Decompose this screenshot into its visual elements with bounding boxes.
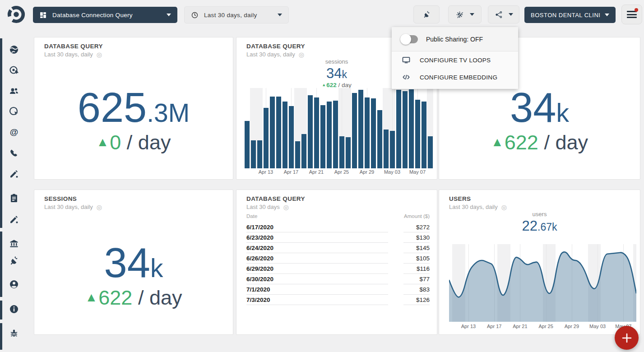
bar [409,89,414,168]
tv-icon [402,56,411,65]
bar [339,136,344,168]
data-source-icon: ◎ [299,51,304,58]
sidebar [0,29,28,352]
metric-value: 34k [439,88,640,127]
email-at-icon[interactable] [9,127,19,138]
chevron-down-icon [167,14,171,16]
card-title: SESSIONS [44,195,77,202]
organization-selector-label: BOSTON DENTAL CLINIC [531,12,600,19]
data-source-icon: ◎ [97,51,102,58]
cell-date: 6/26/2020 [246,255,388,264]
sessions-bar-chart[interactable]: Apr 13Apr 17Apr 21Apr 25Apr 29May 03May … [244,88,433,176]
data-source-icon: ◎ [283,204,289,210]
cell-amount: $116 [403,265,430,274]
sidebar-group-indicator [0,38,2,228]
info-icon[interactable] [9,304,19,315]
column-header-amount: Amount ($) [404,213,430,219]
up-arrow-icon: ▲ [491,135,505,149]
hamburger-menu-button[interactable] [621,5,642,24]
bar [415,100,420,168]
bar [283,102,287,168]
bar [327,102,332,168]
dashboard-selector-label: Database Connection Query [52,12,162,19]
bar [377,110,382,168]
bug-report-icon[interactable] [9,328,19,339]
contacts-icon[interactable] [9,86,19,97]
menu-item-configure-embedding[interactable]: CONFIGURE EMBEDDING [392,69,518,86]
add-widget-fab[interactable] [615,326,639,350]
menu-item-configure-tv-loops[interactable]: CONFIGURE TV LOOPS [392,51,518,69]
chevron-down-icon [605,14,609,16]
x-axis-tick-label: Apr 21 [306,169,327,175]
x-axis-tick-label: Apr 25 [535,324,557,329]
table-row: 7/1/2020$83 [246,284,430,295]
plus-icon [621,332,633,344]
cell-date: 6/23/2020 [246,234,388,243]
bar [245,121,250,168]
hamburger-menu-icon [627,11,637,18]
clipboard-icon[interactable] [9,193,19,204]
toggle-knob [400,34,411,45]
card-subtitle: Last 30 days, daily [44,51,93,58]
bar [257,140,262,168]
bar [264,108,269,168]
card-sessions-total: SESSIONS Last 30 days, daily ◎ 34k ▲622 … [34,190,233,335]
time-range-selector[interactable]: Last 30 days, daily [184,6,289,23]
app-logo-icon[interactable] [5,4,27,25]
chevron-down-icon [509,13,513,16]
integrations-button[interactable] [413,5,440,23]
bar [371,98,376,168]
bar [320,105,325,168]
x-axis-tick-label: Apr 17 [483,324,505,329]
metric-delta: ▲622 / day [439,131,640,154]
bank-icon[interactable] [9,238,19,249]
edit-pen-icon[interactable] [9,168,19,179]
card-subtitle: Last 30 days, daily [246,51,295,58]
edit-pen-icon[interactable] [9,214,19,225]
account-icon[interactable] [9,279,19,290]
phone-icon[interactable] [9,148,19,159]
card-subtitle: Last 30 days [246,204,280,210]
plug-icon [422,10,431,19]
sidebar-group-indicator [0,301,2,320]
x-axis-labels: Apr 13Apr 17Apr 21Apr 25Apr 29May 03May … [449,324,636,331]
bar [358,90,363,168]
bar [251,140,256,168]
bar [352,93,357,168]
bar [295,141,300,168]
metric-value: 34k [34,243,233,283]
x-axis-labels: Apr 13Apr 17Apr 21Apr 25Apr 29May 03May … [244,169,433,176]
card-subtitle: Last 30 days, daily [44,204,93,210]
public-sharing-row[interactable]: Public Sharing: OFF [392,27,518,51]
web-visits-icon[interactable] [9,106,19,117]
web-tracking-icon[interactable] [9,65,19,76]
bar [396,90,401,168]
x-axis-tick-label: Apr 13 [458,324,479,329]
x-axis-tick-label: May 03 [587,324,608,329]
sidebar-group-indicator [0,323,2,350]
cell-date: 7/3/2020 [246,296,388,305]
table-row: 6/30/2020$77 [246,274,430,284]
organization-selector[interactable]: BOSTON DENTAL CLINIC [524,7,616,23]
table-row: 6/29/2020$116 [246,264,430,274]
share-button[interactable] [488,5,519,23]
x-axis-tick-label: Apr 29 [561,324,583,329]
cell-amount: $105 [403,255,430,264]
bar [428,136,433,168]
bar [365,97,370,168]
share-menu: Public Sharing: OFF CONFIGURE TV LOOPS C… [392,27,518,89]
dashboard-selector[interactable]: Database Connection Query [33,7,177,23]
bar [346,137,351,168]
card-database-query-total: DATABASE QUERY Last 30 days, daily ◎ 625… [34,37,233,180]
x-axis-tick-label: Apr 17 [280,169,302,175]
chevron-down-icon [470,13,474,16]
x-axis-tick-label: Apr 29 [356,169,378,175]
globe-icon[interactable] [9,44,19,55]
users-area-chart[interactable]: Apr 13Apr 17Apr 21Apr 25Apr 29May 03May … [449,244,636,331]
up-arrow-icon: ▲ [322,83,326,87]
cell-amount: $272 [403,224,430,232]
theme-button[interactable] [448,5,482,23]
plug-icon[interactable] [9,255,19,266]
public-sharing-toggle[interactable] [402,35,418,43]
bar [390,131,395,168]
